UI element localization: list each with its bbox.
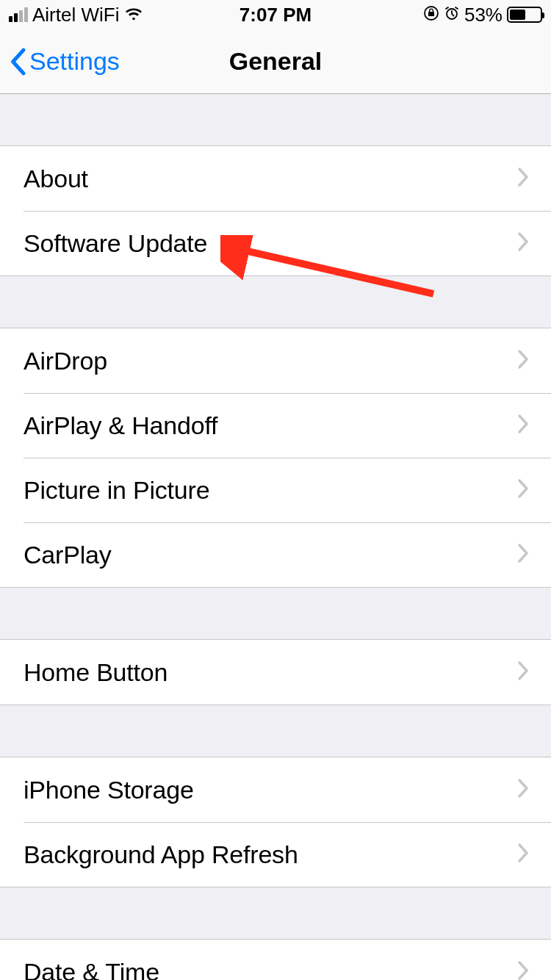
row-software-update[interactable]: Software Update [0, 211, 551, 275]
row-picture-in-picture[interactable]: Picture in Picture [0, 458, 551, 522]
status-time: 7:07 PM [240, 4, 311, 26]
status-bar: Airtel WiFi 7:07 PM 53% [0, 0, 551, 29]
row-home-button[interactable]: Home Button [0, 640, 551, 705]
rotation-lock-icon [423, 4, 439, 26]
back-label: Settings [29, 47, 120, 76]
chevron-right-icon [517, 349, 529, 372]
chevron-right-icon [517, 543, 529, 566]
section: Home Button [0, 639, 551, 705]
chevron-right-icon [517, 843, 529, 866]
alarm-icon [444, 4, 460, 26]
cellular-signal-icon [9, 7, 28, 22]
wifi-icon [123, 4, 144, 26]
row-airplay-handoff[interactable]: AirPlay & Handoff [0, 393, 551, 458]
chevron-left-icon [9, 48, 26, 76]
row-carplay[interactable]: CarPlay [0, 522, 551, 587]
section: AirDrop AirPlay & Handoff Picture in Pic… [0, 328, 551, 588]
row-label: Background App Refresh [24, 840, 298, 869]
row-label: AirPlay & Handoff [24, 411, 217, 440]
row-label: Date & Time [24, 958, 159, 981]
section-gap [0, 705, 551, 757]
section-gap [0, 94, 551, 145]
section: Date & Time [0, 939, 551, 980]
page-title: General [229, 47, 323, 76]
section: iPhone Storage Background App Refresh [0, 757, 551, 887]
section-gap [0, 887, 551, 939]
row-label: AirDrop [24, 347, 107, 375]
battery-icon [507, 7, 542, 23]
battery-fill [510, 10, 525, 20]
section: About Software Update [0, 145, 551, 276]
row-label: iPhone Storage [24, 776, 194, 804]
chevron-right-icon [517, 167, 529, 190]
row-iphone-storage[interactable]: iPhone Storage [0, 757, 551, 822]
battery-percent-label: 53% [464, 4, 503, 26]
chevron-right-icon [517, 478, 529, 502]
section-gap [0, 588, 551, 639]
chevron-right-icon [517, 414, 529, 437]
nav-bar: Settings General [0, 29, 551, 94]
row-label: Picture in Picture [24, 476, 209, 505]
row-label: CarPlay [24, 541, 112, 569]
chevron-right-icon [517, 231, 529, 255]
row-label: Software Update [24, 229, 207, 258]
status-left: Airtel WiFi [9, 4, 144, 26]
chevron-right-icon [517, 778, 529, 801]
chevron-right-icon [517, 960, 529, 980]
back-button[interactable]: Settings [9, 47, 120, 76]
row-airdrop[interactable]: AirDrop [0, 328, 551, 393]
carrier-label: Airtel WiFi [32, 4, 119, 26]
row-background-app-refresh[interactable]: Background App Refresh [0, 822, 551, 887]
status-right: 53% [423, 4, 542, 26]
row-about[interactable]: About [0, 146, 551, 211]
row-label: About [24, 165, 88, 193]
row-date-time[interactable]: Date & Time [0, 940, 551, 980]
chevron-right-icon [517, 660, 529, 684]
row-label: Home Button [24, 658, 168, 687]
section-gap [0, 276, 551, 328]
